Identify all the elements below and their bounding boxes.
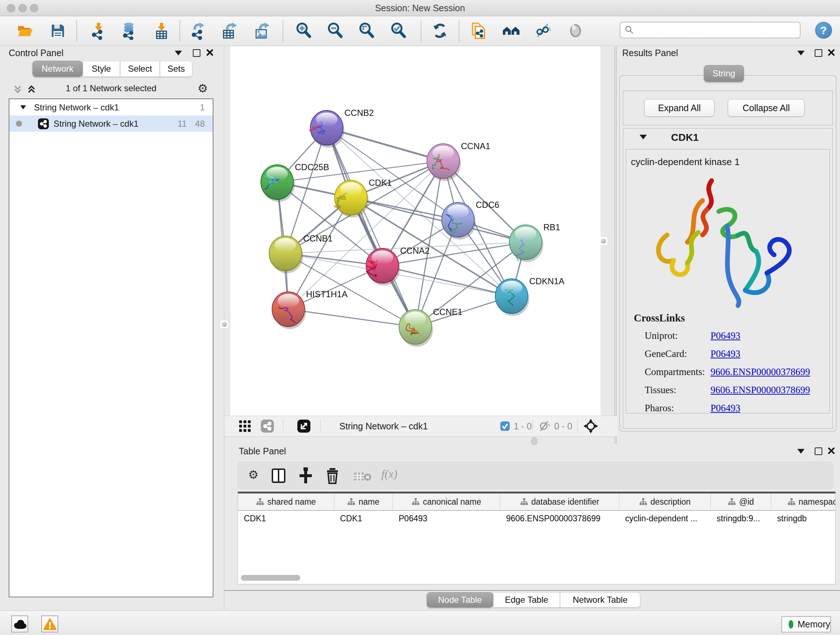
column-header-database-identifier[interactable]: database identifier [500, 494, 619, 510]
function-builder-icon[interactable]: f(x) [381, 467, 397, 481]
column-header--id[interactable]: @id [711, 494, 771, 510]
column-header-shared-name[interactable]: shared name [238, 494, 334, 510]
cloud-button[interactable] [11, 616, 28, 632]
show-columns-icon[interactable] [271, 468, 286, 483]
export-network-icon[interactable] [189, 22, 208, 40]
table-panel-float-icon[interactable] [815, 448, 822, 455]
network-edge[interactable] [351, 198, 526, 242]
table-options-gear-icon[interactable]: ⚙ [248, 469, 259, 480]
tab-network-table[interactable]: Network Table [560, 592, 640, 608]
table-row[interactable]: CDK1CDK1P064939606.ENSP00000378699cyclin… [238, 511, 835, 526]
crosslink-value-link[interactable]: 9606.ENSP00000378699 [711, 366, 810, 378]
horizontal-splitter-handle[interactable] [531, 437, 538, 445]
zoom-selected-icon[interactable] [390, 22, 408, 40]
table-horizontal-scrollbar[interactable] [241, 575, 300, 581]
delete-table-icon[interactable] [353, 471, 372, 482]
network-node-ccnb2[interactable] [309, 111, 344, 148]
tab-style[interactable]: Style [82, 61, 120, 77]
tab-network[interactable]: Network [33, 61, 82, 77]
table-cell[interactable]: P06493 [393, 511, 500, 526]
network-node-cdc6[interactable] [442, 203, 476, 240]
refresh-icon[interactable] [431, 22, 449, 40]
column-header-description[interactable]: description [619, 494, 711, 510]
control-panel-float-icon[interactable] [193, 49, 201, 57]
import-network-icon[interactable] [90, 22, 108, 40]
create-column-icon[interactable] [298, 467, 313, 484]
tab-node-table[interactable]: Node Table [427, 592, 493, 608]
zoom-out-icon[interactable] [326, 22, 344, 40]
tab-string-results[interactable]: String [704, 65, 744, 82]
zoom-fit-icon[interactable] [358, 22, 376, 40]
hidden-count: 0 - 0 [554, 416, 572, 436]
save-session-icon[interactable] [49, 22, 67, 40]
network-options-gear-icon[interactable]: ⚙ [197, 82, 208, 94]
network-node-rb1[interactable] [509, 225, 543, 262]
network-node-cdc25b[interactable] [261, 165, 295, 202]
crosslink-value-link[interactable]: P06493 [711, 402, 741, 414]
table-panel-close-icon[interactable] [828, 447, 835, 454]
table-cell[interactable]: stringdb [771, 511, 836, 526]
network-node-cdk1[interactable] [334, 180, 369, 218]
toolbar-separator [320, 419, 321, 433]
table-cell[interactable]: 9606.ENSP00000378699 [500, 511, 619, 526]
node-label-ccne1: CCNE1 [433, 307, 462, 317]
network-canvas[interactable]: CCNB2CCNA1CDC25BCDK1CDC6RB1CCNB1CCNA2CDK… [231, 46, 600, 416]
network-selection-status: 1 of 1 Network selected [9, 83, 213, 93]
results-panel-float-icon[interactable] [815, 49, 822, 57]
network-node-ccne1[interactable] [399, 310, 433, 347]
network-row[interactable]: String Network – cdk1 11 48 [9, 116, 213, 132]
help-button[interactable]: ? [815, 22, 832, 39]
tab-sets[interactable]: Sets [160, 61, 193, 77]
table-cell[interactable]: CDK1 [334, 511, 393, 526]
grid-view-icon[interactable] [239, 420, 251, 432]
table-cell[interactable]: CDK1 [238, 511, 334, 526]
results-panel-menu-icon[interactable] [797, 51, 805, 55]
collection-expand-icon[interactable] [20, 105, 26, 109]
node-label-cdc6: CDC6 [476, 200, 499, 210]
table-panel-menu-icon[interactable] [797, 449, 805, 454]
memory-button[interactable]: Memory [782, 616, 831, 632]
node-label-ccna2: CCNA2 [400, 246, 429, 256]
table-cell[interactable]: stringdb:9... [711, 511, 771, 526]
export-image-icon[interactable] [254, 22, 272, 40]
column-header-canonical-name[interactable]: canonical name [393, 494, 500, 510]
column-header-namespace[interactable]: namespace [771, 494, 836, 510]
delete-column-icon[interactable] [325, 467, 339, 484]
network-collection-row[interactable]: String Network – cdk1 1 [9, 99, 213, 116]
table-cell[interactable]: cyclin-dependent ... [619, 511, 711, 526]
zoom-in-icon[interactable] [295, 22, 313, 40]
search-input[interactable] [634, 25, 800, 35]
warnings-button[interactable] [41, 616, 58, 632]
left-splitter-handle[interactable] [220, 320, 229, 329]
tab-select[interactable]: Select [120, 61, 160, 77]
show-visual-properties-icon[interactable] [567, 22, 584, 40]
results-panel-title: Results Panel [622, 48, 678, 58]
column-header-name[interactable]: name [334, 494, 393, 510]
network-node-cdkn1a[interactable] [495, 279, 529, 316]
crosslink-value-link[interactable]: P06493 [711, 330, 741, 341]
network-edge[interactable] [288, 309, 415, 327]
expand-all-button[interactable]: Expand All [644, 99, 714, 117]
results-panel-close-icon[interactable] [828, 49, 835, 56]
open-session-icon[interactable] [16, 22, 34, 40]
network-graph[interactable]: CCNB2CCNA1CDC25BCDK1CDC6RB1CCNB1CCNA2CDK… [231, 46, 600, 416]
share-document-icon[interactable] [470, 22, 488, 40]
import-table-icon[interactable] [153, 22, 171, 40]
hide-visual-properties-icon[interactable] [534, 22, 553, 40]
string-view-icon[interactable] [261, 419, 274, 433]
string-home-icon[interactable] [502, 22, 520, 40]
crosslink-value-link[interactable]: 9606.ENSP00000378699 [711, 385, 810, 396]
tab-edge-table[interactable]: Edge Table [493, 592, 560, 608]
network-edge[interactable] [382, 266, 512, 296]
detach-view-icon[interactable] [297, 419, 311, 433]
crosslink-value-link[interactable]: P06493 [711, 348, 741, 359]
collapse-all-button[interactable]: Collapse All [728, 99, 805, 117]
network-node-ccna1[interactable] [427, 144, 461, 181]
import-network-from-database-icon[interactable] [120, 22, 138, 40]
control-panel-close-icon[interactable] [206, 49, 213, 56]
network-node-ccna2[interactable] [366, 249, 400, 286]
birds-eye-view-icon[interactable] [583, 418, 598, 434]
export-table-icon[interactable] [221, 22, 240, 40]
gene-section-collapse-icon[interactable] [639, 135, 647, 139]
control-panel-menu-icon[interactable] [175, 51, 182, 55]
